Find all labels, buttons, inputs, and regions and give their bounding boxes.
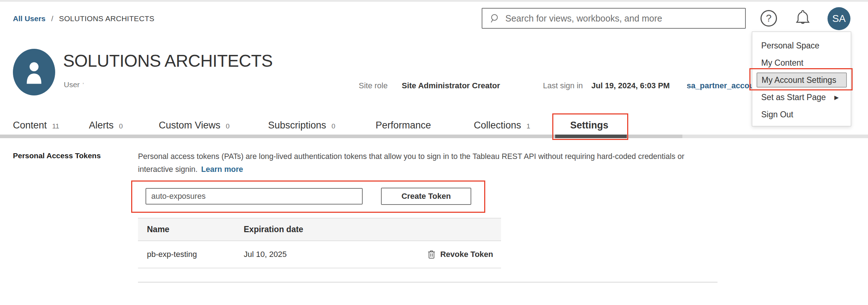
- learn-more-link[interactable]: Learn more: [201, 165, 243, 174]
- last-sign-in-label: Last sign in: [543, 80, 583, 91]
- help-icon[interactable]: ?: [760, 10, 777, 27]
- account-dropdown-menu: Personal Space My Content My Account Set…: [752, 32, 851, 126]
- column-header-expiration: Expiration date: [244, 225, 380, 234]
- pat-section-heading: Personal Access Tokens: [13, 151, 101, 160]
- tab-content-count: 11: [52, 122, 59, 130]
- page-title: SOLUTIONS ARCHITECTS: [63, 51, 273, 71]
- breadcrumb-current: SOLUTIONS ARCHITECTS: [59, 14, 154, 23]
- token-table: Name Expiration date pb-exp-testing Jul …: [138, 218, 501, 268]
- search-input[interactable]: Search for views, workbooks, and more: [482, 8, 746, 29]
- breadcrumb: All Users / SOLUTIONS ARCHITECTS: [13, 14, 154, 23]
- pat-description: Personal access tokens (PATs) are long-l…: [138, 150, 711, 176]
- revoke-token-button[interactable]: Revoke Token: [440, 250, 493, 259]
- menu-item-highlight: My Account Settings: [757, 72, 847, 88]
- notifications-bell-icon[interactable]: [793, 8, 813, 28]
- tab-collections-count: 1: [526, 122, 530, 130]
- tab-divider-bar-light: [682, 135, 868, 138]
- help-glyph: ?: [766, 13, 772, 24]
- profile-avatar: [13, 49, 55, 95]
- menu-item-set-as-start-page[interactable]: Set as Start Page ▶: [752, 89, 851, 106]
- username-link[interactable]: sa_partner_accou: [687, 80, 754, 91]
- column-header-name: Name: [138, 225, 244, 234]
- site-role-value: Site Administrator Creator: [402, 80, 500, 91]
- breadcrumb-all-users-link[interactable]: All Users: [13, 14, 46, 23]
- create-token-button[interactable]: Create Token: [381, 188, 471, 205]
- tab-settings[interactable]: Settings: [570, 120, 609, 131]
- tab-performance[interactable]: Performance: [376, 120, 431, 131]
- token-name-input[interactable]: [146, 188, 363, 205]
- tab-custom-views[interactable]: Custom Views0: [159, 120, 230, 131]
- menu-item-my-content[interactable]: My Content: [752, 54, 851, 71]
- token-name-cell: pb-exp-testing: [138, 250, 244, 259]
- search-icon: [490, 13, 500, 24]
- user-type-label: User’: [64, 80, 84, 89]
- table-row: pb-exp-testing Jul 10, 2025 Revoke Token: [138, 241, 501, 268]
- menu-item-personal-space[interactable]: Personal Space: [752, 37, 851, 54]
- menu-item-sign-out[interactable]: Sign Out: [752, 106, 851, 123]
- breadcrumb-separator: /: [51, 15, 53, 23]
- menu-item-my-account-settings[interactable]: My Account Settings: [752, 71, 851, 89]
- active-tab-indicator: [555, 135, 627, 138]
- tab-subscriptions-count: 0: [332, 122, 335, 130]
- token-table-header: Name Expiration date: [138, 218, 501, 241]
- search-placeholder: Search for views, workbooks, and more: [505, 13, 662, 24]
- submenu-arrow-icon: ▶: [834, 94, 839, 101]
- user-avatar-button[interactable]: SA: [828, 7, 850, 30]
- last-sign-in-value: Jul 19, 2024, 6:03 PM: [591, 80, 670, 91]
- section-divider: [138, 282, 717, 283]
- avatar-initials: SA: [832, 13, 845, 24]
- user-type-tick: ’: [82, 82, 84, 89]
- tab-alerts[interactable]: Alerts0: [89, 120, 123, 131]
- tab-content[interactable]: Content11: [13, 120, 59, 131]
- tab-subscriptions[interactable]: Subscriptions0: [268, 120, 335, 131]
- tab-collections[interactable]: Collections1: [474, 120, 530, 131]
- site-role-label: Site role: [359, 80, 388, 91]
- trash-icon: [427, 249, 436, 259]
- tab-alerts-count: 0: [119, 122, 123, 130]
- tab-custom-views-count: 0: [226, 122, 230, 130]
- token-expiration-cell: Jul 10, 2025: [244, 250, 380, 259]
- person-icon: [22, 58, 46, 86]
- top-window-strip: [0, 0, 868, 2]
